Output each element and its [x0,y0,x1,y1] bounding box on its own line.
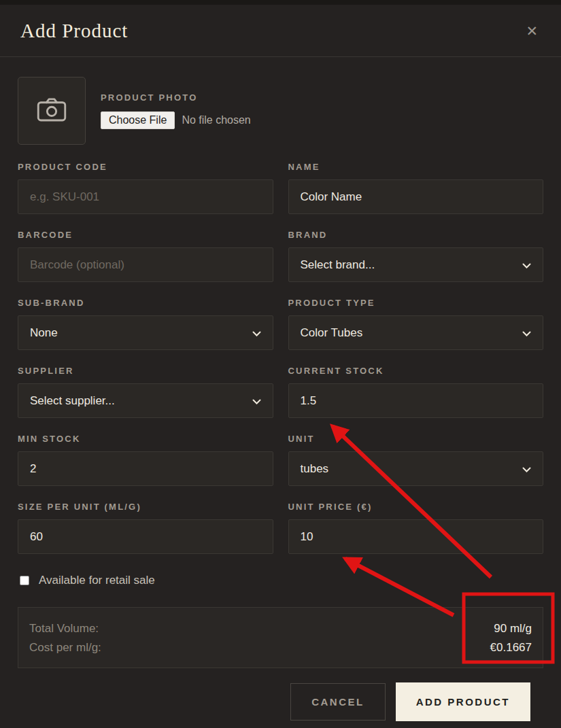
retail-sale-checkbox[interactable] [20,576,29,585]
sub-brand-select[interactable]: None [18,315,273,350]
cancel-button[interactable]: CANCEL [290,683,386,721]
brand-select-value: Select brand... [301,258,375,272]
product-code-label: PRODUCT CODE [18,162,273,172]
form-grid: PRODUCT CODE NAME BARCODE BRAND Select b… [18,162,543,570]
backdrop-strip [0,0,561,5]
min-stock-label: MIN STOCK [18,434,273,444]
chevron-down-icon [522,326,531,340]
product-type-label: PRODUCT TYPE [288,298,544,308]
field-barcode: BARCODE [18,230,273,282]
product-type-select[interactable]: Color Tubes [288,315,544,350]
choose-file-button[interactable]: Choose File [101,111,175,129]
modal-header: Add Product ✕ [0,5,561,57]
total-volume-label: Total Volume: [29,622,99,636]
field-supplier: SUPPLIER Select supplier... [18,366,273,418]
chevron-down-icon [252,394,261,408]
field-size-per-unit: SIZE PER UNIT (ML/G) [18,502,273,554]
barcode-input[interactable] [18,247,273,282]
field-name: NAME [288,162,544,214]
totals-summary-box: Total Volume: 90 ml/g Cost per ml/g: €0.… [18,607,543,668]
photo-upload-box[interactable] [18,77,86,145]
field-unit-price: UNIT PRICE (€) [288,502,544,554]
current-stock-input[interactable] [288,383,544,418]
sub-brand-select-value: None [30,326,58,340]
unit-price-input[interactable] [288,519,544,554]
modal-body: PRODUCT PHOTO Choose File No file chosen… [0,57,561,721]
product-code-input[interactable] [18,179,273,214]
field-product-type: PRODUCT TYPE Color Tubes [288,298,544,350]
size-per-unit-input[interactable] [18,519,273,554]
name-label: NAME [288,162,544,172]
unit-select[interactable]: tubes [288,451,544,486]
photo-info: PRODUCT PHOTO Choose File No file chosen [86,77,251,145]
field-brand: BRAND Select brand... [288,230,544,282]
total-volume-row: Total Volume: 90 ml/g [29,619,532,638]
unit-select-value: tubes [301,462,329,476]
cost-per-ml-row: Cost per ml/g: €0.1667 [29,638,532,657]
supplier-select[interactable]: Select supplier... [18,383,273,418]
chevron-down-icon [522,462,531,476]
product-photo-section: PRODUCT PHOTO Choose File No file chosen [18,77,543,145]
chevron-down-icon [252,326,261,340]
cost-per-ml-label: Cost per ml/g: [29,641,101,655]
cost-per-ml-value: €0.1667 [490,641,532,655]
modal-footer: CANCEL ADD PRODUCT [18,668,543,721]
file-input-row: Choose File No file chosen [101,111,251,129]
size-per-unit-label: SIZE PER UNIT (ML/G) [18,502,273,512]
supplier-label: SUPPLIER [18,366,273,376]
brand-label: BRAND [288,230,544,240]
close-icon[interactable]: ✕ [523,21,541,41]
min-stock-input[interactable] [18,451,273,486]
field-unit: UNIT tubes [288,434,544,486]
field-min-stock: MIN STOCK [18,434,273,486]
chevron-down-icon [522,258,531,272]
no-file-chosen-text: No file chosen [182,114,250,126]
field-current-stock: CURRENT STOCK [288,366,544,418]
modal-title: Add Product [20,20,128,42]
camera-icon [36,97,67,125]
supplier-select-value: Select supplier... [30,394,115,408]
sub-brand-label: SUB-BRAND [18,298,273,308]
unit-price-label: UNIT PRICE (€) [288,502,544,512]
barcode-label: BARCODE [18,230,273,240]
field-product-code: PRODUCT CODE [18,162,273,214]
current-stock-label: CURRENT STOCK [288,366,544,376]
total-volume-value: 90 ml/g [494,622,532,636]
unit-label: UNIT [288,434,544,444]
name-input[interactable] [288,179,544,214]
brand-select[interactable]: Select brand... [288,247,544,282]
product-photo-label: PRODUCT PHOTO [101,92,251,103]
product-type-select-value: Color Tubes [301,326,363,340]
field-sub-brand: SUB-BRAND None [18,298,273,350]
retail-sale-label: Available for retail sale [39,574,155,587]
add-product-button[interactable]: ADD PRODUCT [396,682,530,721]
retail-sale-row: Available for retail sale [20,574,543,587]
